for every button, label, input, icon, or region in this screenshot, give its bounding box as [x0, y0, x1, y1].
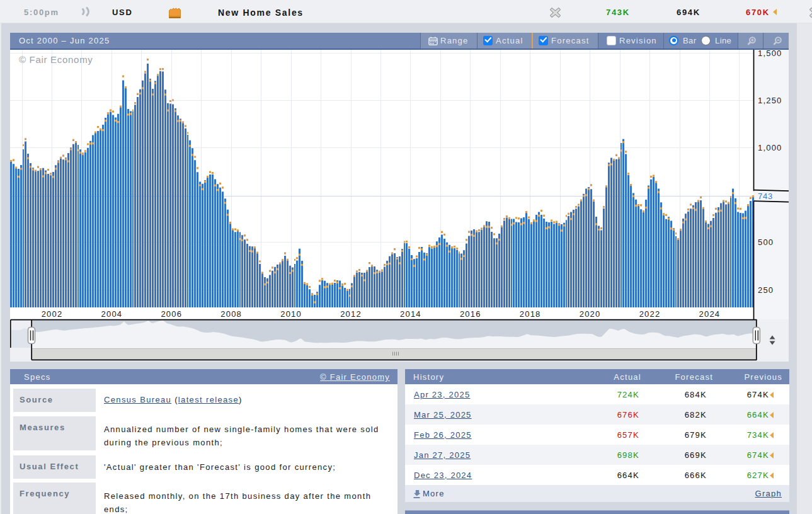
svg-text:2016: 2016: [460, 309, 481, 319]
svg-text:1,000: 1,000: [758, 143, 782, 152]
svg-text:2022: 2022: [639, 309, 661, 319]
svg-text:500: 500: [758, 237, 774, 247]
svg-text:2008: 2008: [220, 309, 242, 319]
svg-text:2024: 2024: [699, 309, 721, 319]
svg-text:1,500: 1,500: [758, 49, 782, 58]
svg-text:2014: 2014: [400, 309, 421, 319]
svg-text:2006: 2006: [161, 309, 182, 319]
svg-text:250: 250: [758, 285, 774, 295]
svg-text:2010: 2010: [280, 309, 302, 319]
svg-text:2018: 2018: [520, 309, 541, 319]
svg-text:743: 743: [758, 191, 773, 201]
svg-text:2012: 2012: [340, 309, 362, 319]
svg-text:1,250: 1,250: [758, 96, 782, 105]
svg-text:2002: 2002: [42, 309, 63, 319]
svg-text:2020: 2020: [580, 309, 601, 319]
svg-text:© Fair Economy: © Fair Economy: [19, 54, 93, 65]
svg-text:2004: 2004: [101, 309, 123, 319]
